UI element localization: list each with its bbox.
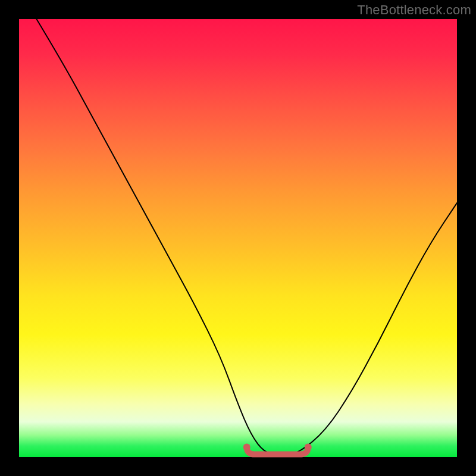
minimum-marker-right-dot <box>305 444 312 451</box>
bottleneck-curve <box>36 19 457 456</box>
chart-frame: TheBottleneck.com <box>0 0 476 476</box>
watermark-text: TheBottleneck.com <box>357 2 471 18</box>
minimum-marker-left-dot <box>243 444 250 451</box>
curve-svg <box>19 19 457 457</box>
gradient-plot-area <box>19 19 457 457</box>
